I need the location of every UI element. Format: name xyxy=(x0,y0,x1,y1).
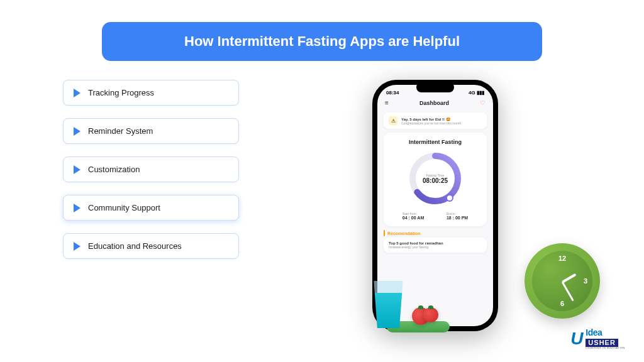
feature-label: Education and Resources xyxy=(88,241,182,251)
brand-logo: U Idea USHER USHERING IN INNOVATION xyxy=(570,328,625,349)
logo-text: Idea USHER USHERING IN INNOVATION xyxy=(586,328,625,349)
feature-education-resources[interactable]: Education and Resources xyxy=(63,233,239,259)
hamburger-icon[interactable]: ≡ xyxy=(385,99,389,106)
play-icon xyxy=(74,242,80,251)
feature-label: Customization xyxy=(88,165,140,174)
feature-tracking-progress[interactable]: Tracking Progress xyxy=(63,80,239,106)
start-time-block: Start from 04 : 00 AM xyxy=(402,212,424,220)
play-icon xyxy=(74,204,80,212)
bell-icon[interactable]: ♡ xyxy=(480,99,486,106)
feature-list: Tracking Progress Reminder System Custom… xyxy=(63,80,239,331)
accent-bar-icon xyxy=(384,230,385,236)
logo-main: Idea xyxy=(586,328,625,337)
notification-card[interactable]: ⚠ Yay, 5 days left for Eid !! 🤩 Congratu… xyxy=(384,112,487,129)
play-icon xyxy=(74,127,80,136)
clock-number-6: 6 xyxy=(560,300,564,307)
clock-number-12: 12 xyxy=(558,255,566,262)
notification-text: Yay, 5 days left for Eid !! 🤩 Congratula… xyxy=(401,117,482,125)
clock-face: 12 3 6 xyxy=(532,251,592,311)
phone-illustration: 08:34 4G ▮▮▮ ≡ Dashboard ♡ ⚠ Yay, 5 days… xyxy=(289,80,581,331)
feature-customization[interactable]: Customization xyxy=(63,156,239,182)
tomato-icon xyxy=(423,307,438,322)
clock-number-3: 3 xyxy=(584,277,587,285)
status-time: 08:34 xyxy=(386,90,399,96)
ring-center: Fasting Time 08:00:25 xyxy=(423,173,448,184)
ring-handle[interactable] xyxy=(446,194,453,202)
feature-community-support[interactable]: Community Support xyxy=(63,195,239,221)
time-row: Start from 04 : 00 AM End in 18 : 00 PM xyxy=(389,212,482,220)
end-time-value: 18 : 00 PM xyxy=(447,216,468,220)
app-header: ≡ Dashboard ♡ xyxy=(377,97,493,110)
fasting-card: Intermittent Fasting xyxy=(384,133,487,226)
logo-tagline: USHERING IN INNOVATION xyxy=(586,347,625,349)
recommendation-label: Recomendation xyxy=(387,231,421,236)
notification-title: Yay, 5 days left for Eid !! 🤩 xyxy=(401,117,482,121)
recommendation-card[interactable]: Top 5 good food for ramadhan Increase en… xyxy=(384,238,487,253)
feature-label: Community Support xyxy=(88,203,160,212)
dashboard-title: Dashboard xyxy=(419,100,449,106)
status-signal: 4G ▮▮▮ xyxy=(469,90,484,96)
warning-icon: ⚠ xyxy=(389,116,397,125)
notification-subtitle: Congratulations you've not miss this mon… xyxy=(401,121,482,125)
fasting-title: Intermittent Fasting xyxy=(389,139,482,145)
glass-decoration xyxy=(371,281,406,328)
progress-ring: Fasting Time 08:00:25 xyxy=(407,150,464,207)
ring-time: 08:00:25 xyxy=(423,177,448,184)
recommendation-subtitle: Increase energy your fasting xyxy=(389,245,482,249)
start-time-value: 04 : 00 AM xyxy=(402,216,424,220)
clock-hour-hand xyxy=(562,273,577,283)
feature-reminder-system[interactable]: Reminder System xyxy=(63,118,239,144)
play-icon xyxy=(74,89,80,97)
phone-notch xyxy=(416,82,454,92)
content-area: Tracking Progress Reminder System Custom… xyxy=(0,80,644,331)
end-time-block: End in 18 : 00 PM xyxy=(447,212,468,220)
feature-label: Tracking Progress xyxy=(88,88,154,97)
glass-body xyxy=(371,281,406,328)
page-title-banner: How Intermittent Fasting Apps are Helpfu… xyxy=(102,22,542,61)
clock-decoration: 12 3 6 xyxy=(525,243,600,319)
clock-minute-hand xyxy=(562,282,574,302)
play-icon xyxy=(74,165,80,174)
recommendation-header: Recomendation xyxy=(384,230,487,236)
feature-label: Reminder System xyxy=(88,126,153,136)
page-title: How Intermittent Fasting Apps are Helpfu… xyxy=(184,33,460,49)
logo-icon: U xyxy=(570,329,583,349)
